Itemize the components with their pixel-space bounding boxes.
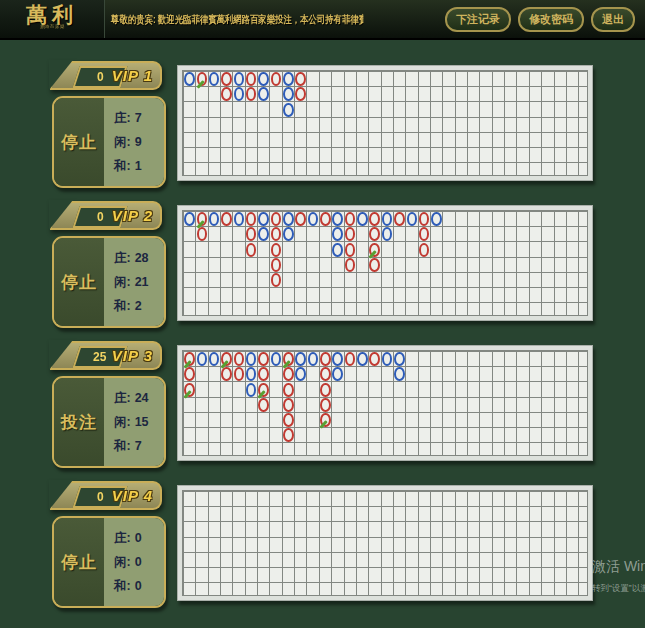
logo-text: 萬利	[26, 5, 78, 25]
road-grid-panel	[177, 485, 593, 601]
road-circle-player	[308, 212, 319, 226]
road-grid-panel	[177, 345, 593, 461]
road-circle-player	[258, 87, 269, 101]
road-circle-banker	[295, 212, 306, 226]
road-circle-player	[394, 367, 405, 381]
road-circle-player	[258, 72, 269, 86]
bet-amount-value: 0	[97, 490, 104, 504]
stat-banker-label: 庄:	[114, 530, 131, 547]
road-circle-banker	[345, 243, 356, 257]
road-circle-banker	[258, 352, 269, 366]
road-circle-player	[308, 352, 319, 366]
header-bar: 萬利 網路百家樂 尊敬的贵宾: 歡迎光臨菲律賓萬利網路百家樂投注，本公司持有菲律…	[0, 0, 645, 40]
header-buttons: 下注记录 修改密码 退出	[445, 7, 635, 32]
road-circle-banker	[197, 212, 208, 226]
road-circle-banker	[369, 352, 380, 366]
road-circle-banker	[258, 398, 269, 412]
road-circle-banker	[369, 227, 380, 241]
road-grid	[182, 490, 588, 596]
stat-player: 闲:21	[114, 270, 164, 294]
status-button[interactable]: 停止	[54, 238, 104, 326]
road-circle-banker	[246, 227, 257, 241]
stats-box: 庄:28闲:21和:2	[104, 238, 164, 326]
road-circle-banker	[184, 383, 195, 397]
road-circle-player	[283, 227, 294, 241]
road-circle-banker	[283, 383, 294, 397]
stat-player-label: 闲:	[114, 274, 131, 291]
watermark-line2: 转到“设置”以激活 Windows。	[592, 583, 645, 595]
stats-box: 庄:0闲:0和:0	[104, 518, 164, 606]
road-circle-player	[357, 352, 368, 366]
badge-corner-cut	[49, 200, 73, 230]
stat-tie-value: 7	[135, 439, 142, 453]
tie-tick	[196, 80, 204, 88]
road-circle-banker	[234, 352, 245, 366]
stat-banker-label: 庄:	[114, 250, 131, 267]
road-circle-banker	[221, 72, 232, 86]
tie-tick	[184, 390, 192, 398]
road-circle-player	[209, 352, 220, 366]
stat-player: 闲:15	[114, 410, 164, 434]
road-circle-banker	[283, 398, 294, 412]
stat-banker-label: 庄:	[114, 110, 131, 127]
road-circle-banker	[197, 227, 208, 241]
road-circle-banker	[345, 258, 356, 272]
status-button[interactable]: 投注	[54, 378, 104, 466]
road-circle-banker	[234, 367, 245, 381]
road-circle-player	[332, 227, 343, 241]
road-circle-banker	[221, 212, 232, 226]
road-circle-banker	[394, 212, 405, 226]
road-circle-banker	[320, 398, 331, 412]
road-circle-banker	[271, 273, 282, 287]
watermark-line1: 激活 Windows	[592, 558, 645, 576]
road-circle-banker	[295, 72, 306, 86]
road-circle-banker	[246, 72, 257, 86]
table-section: 25VIP 3投注庄:24闲:15和:7	[0, 335, 645, 475]
road-circle-player	[258, 227, 269, 241]
table-name: VIP 2	[112, 207, 153, 224]
road-circle-player	[283, 72, 294, 86]
road-circle-banker	[419, 243, 430, 257]
stat-tie-label: 和:	[114, 158, 131, 175]
status-button[interactable]: 停止	[54, 518, 104, 606]
stat-tie: 和:2	[114, 294, 164, 318]
road-circle-player	[246, 383, 257, 397]
road-circle-player	[283, 103, 294, 117]
road-circle-banker	[320, 367, 331, 381]
table-badge: 0VIP 1	[50, 61, 162, 90]
road-circle-banker	[295, 87, 306, 101]
road-circle-banker	[345, 352, 356, 366]
road-circle-player	[407, 212, 418, 226]
stat-banker-value: 28	[135, 251, 149, 265]
road-circle-player	[234, 212, 245, 226]
stat-tie: 和:1	[114, 154, 164, 178]
status-panel: 停止庄:7闲:9和:1	[52, 96, 166, 188]
road-circle-banker	[246, 212, 257, 226]
table-badge: 0VIP 4	[50, 481, 162, 510]
status-button[interactable]: 停止	[54, 98, 104, 186]
table-name: VIP 4	[112, 487, 153, 504]
bet-amount-value: 0	[97, 70, 104, 84]
road-circle-banker	[320, 413, 331, 427]
logout-button[interactable]: 退出	[591, 7, 635, 32]
table-section: 0VIP 4停止庄:0闲:0和:0	[0, 475, 645, 615]
road-circle-player	[283, 87, 294, 101]
badge-corner-cut	[49, 480, 73, 510]
stat-player-value: 9	[135, 135, 142, 149]
status-panel: 投注庄:24闲:15和:7	[52, 376, 166, 468]
road-circle-player	[209, 72, 220, 86]
stat-banker-label: 庄:	[114, 390, 131, 407]
road-circle-banker	[221, 367, 232, 381]
road-circle-banker	[283, 352, 294, 366]
stat-tie-label: 和:	[114, 298, 131, 315]
road-circle-player	[258, 212, 269, 226]
road-circle-player	[382, 212, 393, 226]
road-circle-player	[246, 352, 257, 366]
road-circle-player	[332, 243, 343, 257]
road-circle-player	[332, 367, 343, 381]
stat-banker-value: 24	[135, 391, 149, 405]
road-circle-player	[197, 352, 208, 366]
change-password-button[interactable]: 修改密码	[518, 7, 584, 32]
table-name: VIP 1	[112, 67, 153, 84]
bet-records-button[interactable]: 下注记录	[445, 7, 511, 32]
